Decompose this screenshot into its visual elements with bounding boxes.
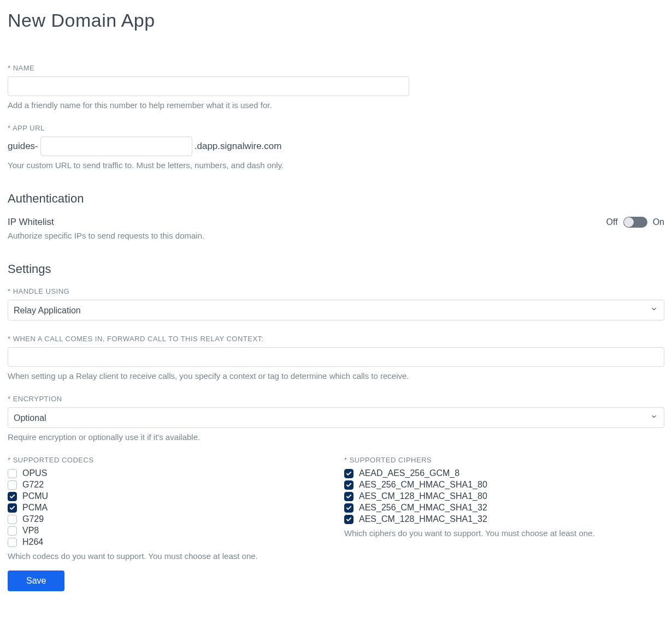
app-url-group: * APP URL guides- .dapp.signalwire.com Y… [8, 124, 664, 170]
codec-row: OPUS [8, 468, 328, 478]
codec-label: OPUS [22, 468, 47, 478]
page-title: New Domain App [8, 10, 664, 31]
relay-context-input[interactable] [8, 347, 664, 367]
relay-context-group: * WHEN A CALL COMES IN, FORWARD CALL TO … [8, 335, 664, 381]
app-url-help: Your custom URL to send traffic to. Must… [8, 161, 664, 170]
ip-whitelist-toggle-group: Off On [606, 217, 664, 228]
relay-context-label: * WHEN A CALL COMES IN, FORWARD CALL TO … [8, 335, 664, 343]
encryption-help: Require encryption or optionally use it … [8, 432, 664, 442]
codec-checkbox[interactable] [8, 526, 17, 536]
cipher-row: AES_256_CM_HMAC_SHA1_32 [344, 503, 664, 513]
ip-whitelist-toggle[interactable] [623, 217, 647, 228]
app-url-label: * APP URL [8, 124, 664, 132]
codec-row: VP8 [8, 526, 328, 536]
settings-section: Settings * HANDLE USING Relay Applicatio… [8, 262, 664, 591]
cipher-row: AES_CM_128_HMAC_SHA1_32 [344, 514, 664, 524]
cipher-checkbox[interactable] [344, 469, 353, 478]
encryption-label: * ENCRYPTION [8, 395, 664, 403]
codec-checkbox[interactable] [8, 538, 17, 547]
codec-label: PCMU [22, 491, 48, 501]
encryption-group: * ENCRYPTION Optional Require encryption… [8, 395, 664, 442]
authentication-section: Authentication IP Whitelist Authorize sp… [8, 192, 664, 240]
handle-using-select[interactable]: Relay Application [8, 300, 664, 320]
encryption-select[interactable]: Optional [8, 407, 664, 428]
app-url-suffix: .dapp.signalwire.com [194, 141, 282, 152]
name-help: Add a friendly name for this number to h… [8, 100, 664, 110]
codecs-help: Which codecs do you want to support. You… [8, 551, 328, 561]
codec-checkbox[interactable] [8, 492, 17, 501]
authentication-title: Authentication [8, 192, 664, 206]
codec-label: PCMA [22, 503, 48, 513]
cipher-row: AEAD_AES_256_GCM_8 [344, 468, 664, 478]
cipher-checkbox[interactable] [344, 503, 353, 513]
codec-checkbox[interactable] [8, 469, 17, 478]
codec-checkbox[interactable] [8, 480, 17, 490]
cipher-label: AES_256_CM_HMAC_SHA1_32 [359, 503, 487, 513]
codec-row: H264 [8, 537, 328, 547]
cipher-label: AES_CM_128_HMAC_SHA1_80 [359, 491, 487, 501]
toggle-knob [624, 217, 634, 227]
codec-checkbox[interactable] [8, 515, 17, 524]
codec-row: G722 [8, 480, 328, 490]
toggle-off-label: Off [606, 217, 618, 227]
codec-label: H264 [22, 537, 43, 547]
name-group: * NAME Add a friendly name for this numb… [8, 64, 664, 110]
relay-context-help: When setting up a Relay client to receiv… [8, 371, 664, 381]
codec-row: PCMU [8, 491, 328, 501]
ciphers-column: * SUPPORTED CIPHERS AEAD_AES_256_GCM_8AE… [344, 456, 664, 561]
ip-whitelist-title: IP Whitelist [8, 217, 204, 228]
cipher-label: AES_256_CM_HMAC_SHA1_80 [359, 480, 487, 490]
codec-label: G729 [22, 514, 44, 524]
codec-label: VP8 [22, 526, 39, 536]
cipher-row: AES_CM_128_HMAC_SHA1_80 [344, 491, 664, 501]
save-button[interactable]: Save [8, 570, 64, 591]
handle-using-group: * HANDLE USING Relay Application [8, 287, 664, 320]
codecs-label: * SUPPORTED CODECS [8, 456, 328, 464]
cipher-checkbox[interactable] [344, 480, 353, 490]
app-url-prefix: guides- [8, 141, 38, 152]
codec-label: G722 [22, 480, 44, 490]
cipher-row: AES_256_CM_HMAC_SHA1_80 [344, 480, 664, 490]
name-input[interactable] [8, 76, 409, 96]
cipher-label: AES_CM_128_HMAC_SHA1_32 [359, 514, 487, 524]
ip-whitelist-help: Authorize specific IPs to send requests … [8, 231, 204, 240]
cipher-checkbox[interactable] [344, 492, 353, 501]
ciphers-label: * SUPPORTED CIPHERS [344, 456, 664, 464]
cipher-label: AEAD_AES_256_GCM_8 [359, 468, 459, 478]
name-label: * NAME [8, 64, 664, 72]
toggle-on-label: On [653, 217, 664, 227]
codecs-column: * SUPPORTED CODECS OPUSG722PCMUPCMAG729V… [8, 456, 328, 561]
codec-checkbox[interactable] [8, 503, 17, 513]
codec-row: PCMA [8, 503, 328, 513]
cipher-checkbox[interactable] [344, 515, 353, 524]
codec-row: G729 [8, 514, 328, 524]
handle-using-label: * HANDLE USING [8, 287, 664, 295]
settings-title: Settings [8, 262, 664, 276]
ciphers-help: Which ciphers do you want to support. Yo… [344, 528, 664, 538]
app-url-input[interactable] [40, 136, 192, 156]
